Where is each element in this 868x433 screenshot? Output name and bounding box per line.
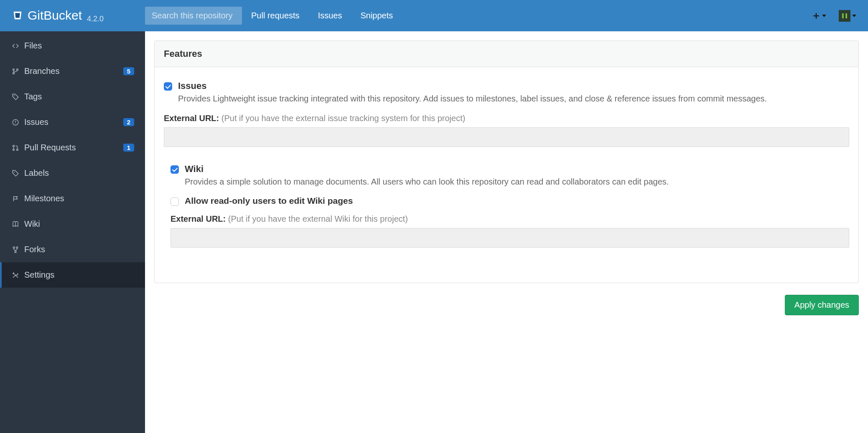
gitbucket-icon [12, 10, 23, 21]
app-version: 4.2.0 [87, 15, 104, 23]
wiki-external-hint: (Put if you have the external Wiki for t… [228, 214, 408, 223]
nav-pull-requests[interactable]: Pull requests [251, 11, 300, 20]
sidebar-item-label: Wiki [24, 219, 134, 229]
wiki-checkbox[interactable] [171, 165, 179, 174]
wiki-allow-ro-checkbox[interactable] [171, 198, 179, 206]
svg-point-9 [17, 149, 18, 150]
search-input[interactable] [145, 7, 242, 25]
create-menu[interactable] [812, 12, 826, 20]
sidebar-item-settings[interactable]: Settings [0, 262, 145, 288]
sidebar-item-pull-requests[interactable]: Pull Requests 1 [0, 135, 145, 160]
svg-point-10 [14, 171, 15, 172]
issues-external-label-row: External URL: (Put if you have the exter… [164, 114, 849, 123]
branch-icon [11, 68, 20, 75]
features-panel: Features Issues Provides Lightweight iss… [154, 41, 859, 283]
book-icon [11, 220, 20, 228]
chevron-down-icon [852, 15, 856, 17]
issues-checkbox[interactable] [164, 82, 172, 91]
wiki-external-label: External URL: [171, 214, 226, 223]
avatar-icon [841, 12, 848, 20]
tag-icon [11, 170, 20, 177]
panel-title: Features [155, 41, 858, 67]
actions: Apply changes [154, 295, 859, 315]
nav-links: Pull requests Issues Snippets [251, 11, 393, 20]
issues-external-url-input[interactable] [164, 127, 849, 147]
logo-link[interactable]: GitBucket [12, 8, 82, 23]
svg-point-12 [16, 246, 18, 248]
sidebar-item-label: Pull Requests [24, 143, 119, 152]
issue-icon [11, 119, 20, 126]
nav-snippets[interactable]: Snippets [360, 11, 393, 20]
wiki-external-label-row: External URL: (Put if you have the exter… [171, 214, 849, 224]
logo-area: GitBucket 4.2.0 [12, 8, 145, 23]
app-name: GitBucket [28, 8, 82, 23]
svg-point-7 [13, 145, 15, 147]
wiki-external-url-input[interactable] [171, 228, 849, 248]
sidebar-item-labels[interactable]: Labels [0, 160, 145, 186]
svg-rect-1 [844, 13, 846, 18]
feature-issues: Issues Provides Lightweight issue tracki… [164, 81, 849, 147]
sidebar-item-branches[interactable]: Branches 5 [0, 58, 145, 84]
count-badge: 1 [123, 144, 134, 152]
plus-icon [812, 12, 820, 20]
issues-title: Issues [178, 81, 767, 91]
svg-point-11 [13, 246, 15, 248]
tools-icon [11, 271, 20, 279]
panel-body: Issues Provides Lightweight issue tracki… [155, 67, 858, 283]
code-icon [11, 42, 20, 50]
main-content: Features Issues Provides Lightweight iss… [145, 31, 868, 433]
chevron-down-icon [822, 15, 826, 17]
count-badge: 2 [123, 118, 134, 126]
wiki-title: Wiki [185, 164, 669, 175]
apply-button[interactable]: Apply changes [785, 295, 859, 315]
tag-icon [11, 93, 20, 101]
svg-point-3 [13, 72, 15, 74]
issues-external-label: External URL: [164, 114, 219, 123]
sidebar-item-milestones[interactable]: Milestones [0, 186, 145, 211]
sidebar-item-forks[interactable]: Forks [0, 237, 145, 262]
sidebar-item-label: Milestones [24, 194, 134, 203]
wiki-allow-ro-label: Allow read-only users to edit Wiki pages [185, 196, 353, 206]
sidebar-item-tags[interactable]: Tags [0, 84, 145, 109]
sidebar-item-issues[interactable]: Issues 2 [0, 109, 145, 135]
sidebar-item-wiki[interactable]: Wiki [0, 211, 145, 237]
svg-point-13 [15, 251, 16, 253]
issues-description: Provides Lightweight issue tracking inte… [178, 92, 767, 105]
header-actions [812, 10, 856, 22]
header: GitBucket 4.2.0 Pull requests Issues Sni… [0, 0, 868, 31]
wiki-description: Provides a simple solution to manage doc… [185, 175, 669, 188]
svg-point-5 [14, 95, 15, 96]
svg-point-2 [13, 68, 15, 70]
issues-external-hint: (Put if you have the external issue trac… [221, 114, 466, 123]
sidebar-item-label: Branches [24, 66, 119, 76]
sidebar: Files Branches 5 Tags Issues 2 [0, 31, 145, 433]
count-badge: 5 [123, 67, 134, 75]
pull-request-icon [11, 144, 20, 152]
svg-point-8 [13, 149, 15, 150]
svg-point-4 [17, 68, 18, 70]
nav-issues[interactable]: Issues [318, 11, 342, 20]
fork-icon [11, 246, 20, 253]
sidebar-item-label: Tags [24, 92, 134, 101]
sidebar-item-label: Files [24, 41, 134, 51]
avatar [839, 10, 850, 22]
sidebar-item-files[interactable]: Files [0, 33, 145, 58]
sidebar-item-label: Forks [24, 245, 134, 254]
sidebar-item-label: Settings [24, 270, 134, 280]
user-menu[interactable] [839, 10, 856, 22]
sidebar-item-label: Labels [24, 168, 134, 178]
milestone-icon [11, 195, 20, 203]
feature-wiki: Wiki Provides a simple solution to manag… [171, 164, 849, 248]
sidebar-item-label: Issues [24, 117, 119, 127]
